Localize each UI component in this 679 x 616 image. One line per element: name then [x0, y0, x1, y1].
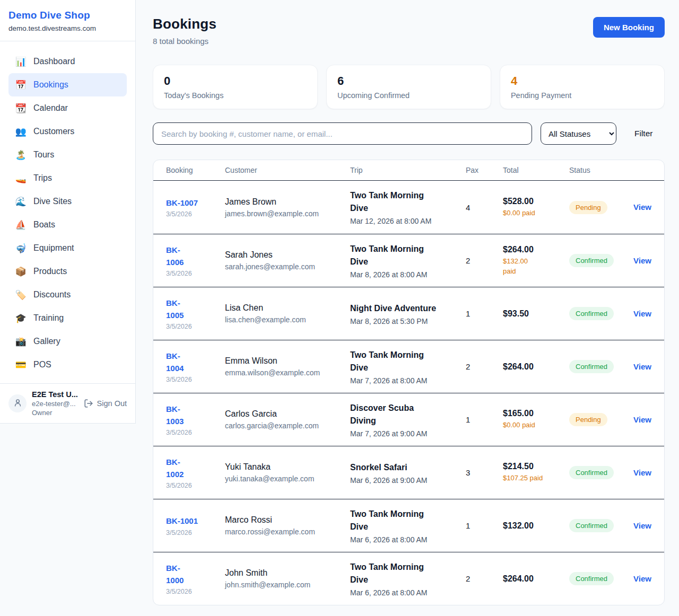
table-row: BK-1007 3/5/2026 James Brown james.brown… [153, 181, 664, 234]
sidebar-item-dashboard[interactable]: 📊 Dashboard [8, 50, 127, 73]
view-link[interactable]: View [633, 574, 651, 583]
sidebar-item-label: Products [33, 267, 67, 276]
sidebar-item-discounts[interactable]: 🏷️ Discounts [8, 283, 127, 306]
booking-id-link[interactable]: BK-1001 [166, 515, 198, 527]
trip-name: Two Tank Morning Dive [350, 349, 459, 374]
paid-amount: $0.00 paid [503, 420, 565, 430]
package-icon: 📦 [15, 267, 27, 276]
brand-header: Demo Dive Shop demo.test.divestreams.com [0, 0, 135, 41]
customer-name: Carlos Garcia [225, 409, 344, 419]
pax-count: 2 [466, 574, 503, 583]
sidebar-item-training[interactable]: 🎓 Training [8, 306, 127, 330]
new-booking-button[interactable]: New Booking [593, 17, 665, 38]
table-row: BK- 1002 3/5/2026 Yuki Tanaka yuki.tanak… [153, 446, 664, 499]
page-title-block: Bookings 8 total bookings [153, 16, 216, 46]
customer-email: marco.rossi@example.com [225, 527, 344, 536]
view-link[interactable]: View [633, 521, 651, 530]
sidebar-item-label: Boats [33, 220, 55, 230]
trip-datetime: Mar 6, 2026 at 9:00 AM [350, 476, 459, 485]
sidebar-item-dive-sites[interactable]: 🌊 Dive Sites [8, 190, 127, 213]
filter-row: All Statuses Filter [153, 122, 665, 145]
stat-label: Pending Payment [511, 91, 654, 100]
sidebar-item-bookings[interactable]: 📅 Bookings [8, 73, 127, 96]
wave-icon: 🌊 [15, 197, 27, 206]
credit-card-icon: 💳 [15, 360, 27, 369]
customer-email: john.smith@example.com [225, 580, 344, 589]
total-amount: $165.00 [503, 409, 565, 418]
booking-id-link[interactable]: BK- 1002 [166, 456, 184, 481]
column-header-trip: Trip [350, 166, 466, 174]
column-header-pax: Pax [466, 166, 503, 174]
column-header-total: Total [503, 166, 569, 174]
customer-email: sarah.jones@example.com [225, 262, 344, 271]
sidebar-item-calendar[interactable]: 📆 Calendar [8, 96, 127, 120]
search-input[interactable] [153, 122, 532, 145]
status-badge: Pending [569, 201, 607, 214]
stat-label: Upcoming Confirmed [337, 91, 480, 100]
sailboat-icon: ⛵ [15, 221, 27, 230]
speedboat-icon: 🚤 [15, 174, 27, 183]
pax-count: 2 [466, 362, 503, 371]
booking-date: 3/5/2026 [166, 429, 221, 436]
paid-amount: $132.00 paid [503, 257, 565, 277]
sidebar-item-products[interactable]: 📦 Products [8, 260, 127, 283]
sidebar: Demo Dive Shop demo.test.divestreams.com… [0, 0, 136, 424]
total-amount: $93.50 [503, 309, 565, 319]
customer-name: Lisa Chen [225, 303, 344, 313]
total-amount: $264.00 [503, 574, 565, 584]
sign-out-button[interactable]: Sign Out [84, 399, 127, 408]
diving-mask-icon: 🤿 [15, 244, 27, 253]
trip-datetime: Mar 12, 2026 at 8:00 AM [350, 217, 459, 225]
stat-value: 4 [511, 74, 654, 88]
view-link[interactable]: View [633, 468, 651, 477]
sidebar-item-trips[interactable]: 🚤 Trips [8, 166, 127, 190]
sidebar-item-label: Customers [33, 127, 74, 136]
trip-name: Two Tank Morning Dive [350, 561, 459, 586]
person-icon [13, 398, 22, 409]
total-amount: $264.00 [503, 362, 565, 372]
trip-name: Two Tank Morning Dive [350, 243, 459, 268]
user-section: E2E Test U... e2e-tester@... Owner Sign … [0, 383, 135, 423]
sidebar-item-tours[interactable]: 🏝️ Tours [8, 143, 127, 166]
status-filter-select[interactable]: All Statuses [541, 122, 616, 145]
view-link[interactable]: View [633, 309, 651, 318]
island-icon: 🏝️ [15, 151, 27, 160]
booking-date: 3/5/2026 [166, 323, 221, 330]
page-title: Bookings [153, 16, 216, 32]
booking-id-link[interactable]: BK- 1000 [166, 562, 184, 587]
booking-id-link[interactable]: BK-1007 [166, 197, 198, 209]
sidebar-item-gallery[interactable]: 📸 Gallery [8, 330, 127, 353]
stat-value: 6 [337, 74, 480, 88]
trip-name: Two Tank Morning Dive [350, 189, 459, 215]
table-row: BK- 1005 3/5/2026 Lisa Chen lisa.chen@ex… [153, 287, 664, 340]
booking-id-link[interactable]: BK- 1006 [166, 244, 184, 269]
avatar [8, 394, 27, 412]
paid-amount: $107.25 paid [503, 473, 565, 483]
view-link[interactable]: View [633, 256, 651, 265]
tag-icon: 🏷️ [15, 291, 27, 300]
user-name: E2E Test U... [32, 390, 79, 399]
paid-amount: $0.00 paid [503, 208, 565, 218]
sidebar-item-pos[interactable]: 💳 POS [8, 353, 127, 376]
page-header: Bookings 8 total bookings New Booking [153, 16, 665, 46]
booking-id-link[interactable]: BK- 1004 [166, 350, 184, 375]
column-header-booking: Booking [166, 166, 225, 174]
table-row: BK-1001 3/5/2026 Marco Rossi marco.rossi… [153, 499, 664, 552]
graduation-cap-icon: 🎓 [15, 314, 27, 323]
filter-button[interactable]: Filter [634, 129, 652, 138]
total-amount: $214.50 [503, 462, 565, 471]
booking-date: 3/5/2026 [166, 482, 221, 489]
booking-id-link[interactable]: BK- 1005 [166, 297, 184, 322]
sidebar-item-label: Gallery [33, 337, 60, 346]
sidebar-item-equipment[interactable]: 🤿 Equipment [8, 236, 127, 260]
booking-id-link[interactable]: BK- 1003 [166, 403, 184, 428]
customer-email: yuki.tanaka@example.com [225, 474, 344, 483]
status-badge: Confirmed [569, 254, 614, 267]
view-link[interactable]: View [633, 203, 651, 212]
sidebar-item-boats[interactable]: ⛵ Boats [8, 213, 127, 236]
sidebar-item-customers[interactable]: 👥 Customers [8, 120, 127, 143]
view-link[interactable]: View [633, 415, 651, 424]
sidebar-item-label: Equipment [33, 243, 74, 253]
customer-email: lisa.chen@example.com [225, 315, 344, 324]
view-link[interactable]: View [633, 362, 651, 371]
